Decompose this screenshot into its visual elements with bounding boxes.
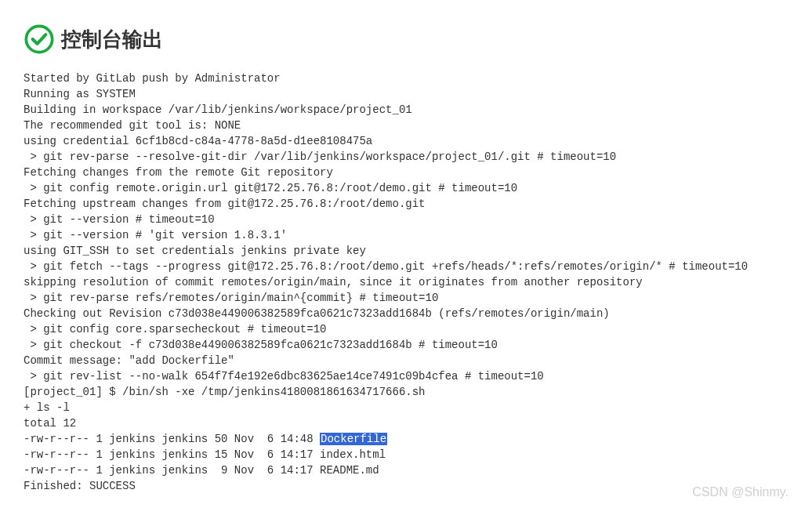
console-line: skipping resolution of commit remotes/or… <box>24 274 788 290</box>
page-title: 控制台输出 <box>61 26 163 53</box>
console-line: + ls -l <box>24 400 788 415</box>
console-line: > git rev-list --no-walk 654f7f4e192e6db… <box>24 368 788 384</box>
svg-point-0 <box>26 26 52 52</box>
console-line: [project_01] $ /bin/sh -xe /tmp/jenkins4… <box>24 384 788 400</box>
console-line: -rw-r--r-- 1 jenkins jenkins 50 Nov 6 14… <box>24 431 788 447</box>
console-line: > git checkout -f c73d038e449006382589fc… <box>24 337 788 353</box>
console-line: > git fetch --tags --progress git@172.25… <box>24 259 788 274</box>
console-line: > git config core.sparsecheckout # timeo… <box>24 321 788 337</box>
console-line: -rw-r--r-- 1 jenkins jenkins 9 Nov 6 14:… <box>24 462 788 478</box>
console-line: using GIT_SSH to set credentials jenkins… <box>24 243 788 259</box>
console-line: Finished: SUCCESS <box>24 478 788 494</box>
console-line: > git --version # 'git version 1.8.3.1' <box>24 227 788 243</box>
console-output[interactable]: Started by GitLab push by AdministratorR… <box>24 71 788 494</box>
console-line: > git rev-parse refs/remotes/origin/main… <box>24 290 788 306</box>
success-icon <box>24 24 55 55</box>
console-line: Commit message: "add Dockerfile" <box>24 353 788 368</box>
console-line: Fetching changes from the remote Git rep… <box>24 165 788 180</box>
console-line: Running as SYSTEM <box>24 86 788 102</box>
console-line: > git rev-parse --resolve-git-dir /var/l… <box>24 149 788 165</box>
highlighted-text: Dockerfile <box>320 433 387 445</box>
console-line: -rw-r--r-- 1 jenkins jenkins 15 Nov 6 14… <box>24 447 788 462</box>
console-line: Building in workspace /var/lib/jenkins/w… <box>24 102 788 118</box>
console-line: > git config remote.origin.url git@172.2… <box>24 180 788 196</box>
page-header: 控制台输出 <box>24 24 788 55</box>
console-line: using credential 6cf1b8cd-c84a-4778-8a5d… <box>24 133 788 149</box>
console-line: total 12 <box>24 415 788 431</box>
console-line: Fetching upstream changes from git@172.2… <box>24 196 788 212</box>
console-line: Started by GitLab push by Administrator <box>24 71 788 86</box>
console-line: The recommended git tool is: NONE <box>24 118 788 133</box>
console-line: > git --version # timeout=10 <box>24 212 788 227</box>
console-line: Checking out Revision c73d038e4490063825… <box>24 306 788 321</box>
